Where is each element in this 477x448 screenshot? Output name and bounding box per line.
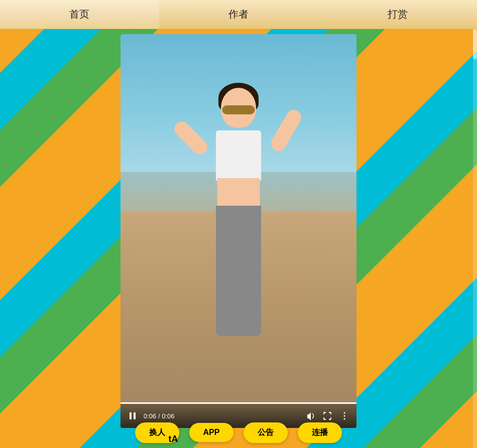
video-frame bbox=[121, 34, 356, 428]
bottom-action-bar: 换人 APP 公告 连播 bbox=[0, 420, 477, 448]
head bbox=[221, 88, 256, 128]
main-content: 0:06 / 0:06 bbox=[0, 29, 477, 448]
svg-point-2 bbox=[344, 412, 345, 414]
time-display: 0:06 / 0:06 bbox=[144, 412, 299, 420]
app-button[interactable]: APP bbox=[189, 423, 234, 442]
sunglasses bbox=[222, 105, 255, 114]
svg-rect-0 bbox=[130, 412, 132, 419]
arm-right bbox=[269, 107, 304, 154]
announcement-button[interactable]: 公告 bbox=[244, 422, 288, 443]
video-player[interactable]: 0:06 / 0:06 bbox=[121, 34, 356, 428]
svg-point-3 bbox=[344, 415, 345, 417]
nav-home[interactable]: 首页 bbox=[0, 0, 159, 29]
arm-left bbox=[171, 118, 210, 158]
legs bbox=[216, 206, 261, 336]
person-figure bbox=[173, 88, 304, 349]
torso-bottom bbox=[217, 178, 260, 208]
ta-label: tA bbox=[152, 430, 195, 448]
svg-rect-1 bbox=[134, 412, 136, 419]
live-button[interactable]: 连播 bbox=[298, 422, 342, 443]
top-navigation: 首页 作者 打赏 bbox=[0, 0, 477, 29]
nav-reward[interactable]: 打赏 bbox=[318, 0, 477, 29]
torso-top bbox=[216, 130, 261, 181]
nav-author[interactable]: 作者 bbox=[159, 0, 318, 29]
